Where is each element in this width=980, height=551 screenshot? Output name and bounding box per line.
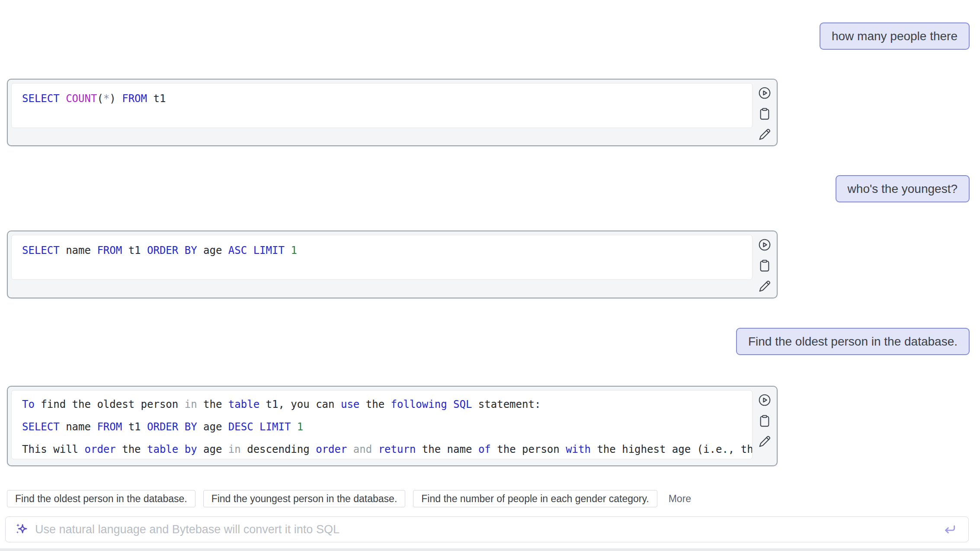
edit-sql-button[interactable] — [758, 128, 772, 142]
pencil-icon — [758, 128, 772, 143]
sql-code-area: SELECT name FROM t1 ORDER BY age ASC LIM… — [11, 235, 753, 280]
code-line: SELECT name FROM t1 ORDER BY age ASC LIM… — [22, 243, 752, 258]
block-toolbar — [756, 394, 773, 449]
assistant-response-block: SELECT name FROM t1 ORDER BY age ASC LIM… — [7, 231, 778, 298]
user-message-text: Find the oldest person in the database. — [748, 335, 958, 348]
run-sql-button[interactable] — [758, 394, 772, 407]
play-circle-icon — [758, 238, 772, 253]
assistant-response-block: SELECT COUNT(*) FROM t1 — [7, 79, 778, 146]
play-circle-icon — [758, 86, 772, 101]
suggestion-button[interactable]: Find the youngest person in the database… — [203, 490, 406, 507]
clipboard-icon — [758, 259, 772, 274]
enter-return-icon — [942, 532, 957, 538]
user-message-bubble: who's the youngest? — [836, 175, 970, 202]
user-message-text: who's the youngest? — [848, 182, 958, 195]
sql-code-area: To find the oldest person in the table t… — [11, 390, 753, 459]
submit-enter-button[interactable] — [942, 522, 957, 537]
pencil-icon — [758, 435, 772, 450]
sql-chat-panel: how many people there SELECT COUNT(*) FR… — [0, 0, 980, 551]
prompt-composer[interactable] — [5, 516, 969, 542]
user-message-text: how many people there — [832, 29, 958, 43]
assistant-response-block: To find the oldest person in the table t… — [7, 386, 778, 466]
play-circle-icon — [758, 393, 772, 408]
clipboard-icon — [758, 414, 772, 429]
code-line: This will order the table by age in desc… — [22, 438, 752, 459]
code-line: SELECT COUNT(*) FROM t1 — [22, 91, 752, 106]
code-line: To find the oldest person in the table t… — [22, 393, 752, 416]
block-toolbar — [756, 86, 773, 142]
bottom-divider — [0, 548, 980, 551]
clipboard-icon — [758, 107, 772, 122]
run-sql-button[interactable] — [758, 238, 772, 252]
suggestion-button[interactable]: Find the number of people in each gender… — [413, 490, 657, 507]
more-button[interactable]: More — [669, 493, 691, 505]
edit-sql-button[interactable] — [758, 280, 772, 294]
code-line: SELECT name FROM t1 ORDER BY age DESC LI… — [22, 416, 752, 438]
edit-sql-button[interactable] — [758, 435, 772, 449]
suggested-prompts: Find the oldest person in the database. … — [7, 490, 691, 507]
user-message-bubble: how many people there — [820, 22, 970, 50]
sparkles-icon — [14, 522, 29, 537]
block-toolbar — [756, 238, 773, 294]
copy-sql-button[interactable] — [758, 107, 772, 121]
nl-to-sql-input[interactable] — [35, 523, 942, 536]
copy-sql-button[interactable] — [758, 414, 772, 428]
run-sql-button[interactable] — [758, 86, 772, 100]
suggestion-button[interactable]: Find the oldest person in the database. — [7, 490, 195, 507]
copy-sql-button[interactable] — [758, 259, 772, 273]
sql-code-area: SELECT COUNT(*) FROM t1 — [11, 83, 753, 128]
pencil-icon — [758, 279, 772, 295]
user-message-bubble: Find the oldest person in the database. — [736, 328, 970, 355]
